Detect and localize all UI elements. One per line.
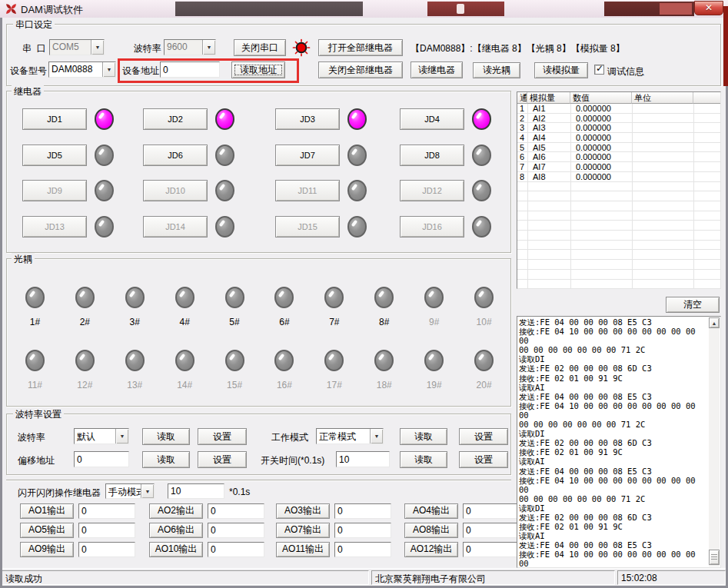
relay-cell: JD6 <box>143 145 275 166</box>
baud-read-button[interactable]: 读取 <box>142 428 190 445</box>
baud-select[interactable]: 默认 ▼ <box>74 428 129 444</box>
analog-output-button[interactable]: AO8输出 <box>404 523 458 538</box>
analog-output-button[interactable]: AO1输出 <box>20 503 74 519</box>
analog-output-value-input[interactable] <box>78 542 135 557</box>
analog-output-button[interactable]: AO10输出 <box>149 542 203 557</box>
close-all-relays-button[interactable]: 关闭全部继电器 <box>318 61 403 78</box>
scroll-up-icon[interactable]: ▲ <box>709 317 720 328</box>
analog-output-button[interactable]: AO7输出 <box>276 523 330 538</box>
relay-button[interactable]: JD4 <box>400 108 464 130</box>
chevron-down-icon[interactable]: ▼ <box>91 40 104 55</box>
analog-output-button[interactable]: AO12输出 <box>404 542 458 557</box>
analog-output-button[interactable]: AO3输出 <box>276 503 330 519</box>
column-header[interactable] <box>693 92 720 104</box>
table-row[interactable]: 1 AI1 0.000000 <box>517 104 720 114</box>
work-mode-set-button[interactable]: 设置 <box>459 428 508 445</box>
baudrate-select[interactable]: 9600 ▼ <box>164 39 216 55</box>
read-analog-button[interactable]: 读模拟量 <box>534 62 588 78</box>
chevron-down-icon[interactable]: ▼ <box>102 62 115 77</box>
analog-output-value-input[interactable] <box>334 503 391 519</box>
work-mode-select[interactable]: 正常模式 ▼ <box>316 428 384 444</box>
close-serial-button[interactable]: 关闭串口 <box>234 39 286 56</box>
offset-read-button[interactable]: 读取 <box>142 451 190 468</box>
table-row[interactable]: 5 AI5 0.000000 <box>517 143 720 153</box>
flash-mode-select[interactable]: 手动模式 ▼ <box>105 483 155 499</box>
open-all-relays-button[interactable]: 打开全部继电器 <box>318 39 403 56</box>
baud-set-button[interactable]: 设置 <box>198 428 247 445</box>
chevron-down-icon[interactable]: ▼ <box>370 429 383 443</box>
scrollbar-thumb[interactable] <box>709 550 720 565</box>
relay-button[interactable]: JD12 <box>400 180 464 201</box>
work-mode-read-button[interactable]: 读取 <box>400 428 447 445</box>
analog-output-value-input[interactable] <box>78 503 135 519</box>
cell-channel: 4 <box>517 133 527 143</box>
table-row[interactable]: 2 AI2 0.000000 <box>517 114 720 124</box>
relay-button[interactable]: JD14 <box>143 216 208 238</box>
device-model-select[interactable]: DAM0888 ▼ <box>48 61 116 78</box>
relay-button[interactable]: JD5 <box>22 145 87 166</box>
column-header[interactable]: 模拟量 <box>527 92 570 104</box>
analog-output-value-input[interactable] <box>463 542 520 557</box>
relay-button[interactable]: JD1 <box>22 108 87 130</box>
relay-cell: JD3 <box>275 108 400 130</box>
analog-output-button[interactable]: AO11输出 <box>276 542 330 557</box>
table-row[interactable]: 7 AI7 0.000000 <box>517 162 720 172</box>
analog-output-button[interactable]: AO6输出 <box>149 523 203 538</box>
relay-button[interactable]: JD6 <box>143 145 208 166</box>
flash-time-input[interactable] <box>168 483 224 499</box>
relay-button[interactable]: JD7 <box>275 145 340 166</box>
column-header[interactable]: 单位 <box>632 92 693 104</box>
switch-time-set-button[interactable]: 设置 <box>459 451 508 468</box>
analog-output-value-input[interactable] <box>463 503 520 519</box>
chevron-down-icon[interactable]: ▼ <box>115 429 128 443</box>
table-row[interactable]: 8 AI8 0.000000 <box>517 172 720 182</box>
analog-output-button[interactable]: AO5输出 <box>20 523 74 538</box>
device-address-input[interactable] <box>160 61 220 78</box>
chevron-down-icon[interactable]: ▼ <box>141 484 154 498</box>
offset-set-button[interactable]: 设置 <box>198 451 247 468</box>
switch-time-input[interactable] <box>336 451 390 467</box>
read-address-button[interactable]: 读取地址 <box>231 61 285 78</box>
chevron-down-icon[interactable]: ▼ <box>202 40 215 55</box>
clear-log-button[interactable]: 清空 <box>666 297 720 313</box>
analog-output-value-input[interactable] <box>208 542 264 557</box>
relay-button[interactable]: JD8 <box>400 145 464 166</box>
port-select[interactable]: COM5 ▼ <box>49 39 105 55</box>
analog-output-cell: AO1输出 <box>20 503 149 519</box>
relay-button[interactable]: JD2 <box>143 108 208 130</box>
close-button[interactable]: ✕ <box>694 1 723 15</box>
analog-output-value-input[interactable] <box>334 542 391 557</box>
analog-output-button[interactable]: AO9输出 <box>20 542 74 557</box>
table-row[interactable]: 4 AI4 0.000000 <box>517 133 720 143</box>
relay-button[interactable]: JD3 <box>275 108 340 130</box>
analog-output-value-input[interactable] <box>463 523 520 538</box>
cell-channel: 6 <box>517 152 527 162</box>
opto-channel-label: 3# <box>130 317 140 327</box>
analog-output-value-input[interactable] <box>78 523 135 538</box>
read-relay-button[interactable]: 读继电器 <box>411 61 463 78</box>
relay-button[interactable]: JD13 <box>22 216 87 238</box>
relay-button[interactable]: JD15 <box>275 216 340 238</box>
read-opto-button[interactable]: 读光耦 <box>473 62 520 78</box>
offset-address-input[interactable] <box>74 451 129 467</box>
analog-output-value-input[interactable] <box>208 523 264 538</box>
relay-button[interactable]: JD10 <box>143 180 208 201</box>
window-border <box>0 18 2 586</box>
analog-output-value-input[interactable] <box>208 503 264 519</box>
analog-output-button[interactable]: AO4输出 <box>404 503 458 519</box>
switch-time-read-button[interactable]: 读取 <box>400 451 447 468</box>
table-row[interactable]: 3 AI3 0.000000 <box>517 123 720 133</box>
log-area[interactable]: 发送:FE 04 00 00 00 08 E5 C3 接收:FE 04 10 0… <box>517 316 721 568</box>
relay-button[interactable]: JD11 <box>275 180 340 201</box>
log-scrollbar[interactable]: ▲ <box>709 317 720 566</box>
table-row[interactable]: 6 AI6 0.000000 <box>517 152 720 162</box>
analog-output-value-input[interactable] <box>334 523 391 538</box>
debug-info-checkbox[interactable]: ✓ <box>594 65 604 75</box>
analog-output-button[interactable]: AO2输出 <box>149 503 203 519</box>
cell-channel: 7 <box>517 162 527 172</box>
column-header[interactable]: 数值 <box>570 92 632 104</box>
column-header[interactable]: 通 <box>517 92 527 104</box>
relay-button[interactable]: JD16 <box>400 216 464 238</box>
opto-channel-label: 2# <box>80 317 90 327</box>
relay-button[interactable]: JD9 <box>22 180 87 201</box>
